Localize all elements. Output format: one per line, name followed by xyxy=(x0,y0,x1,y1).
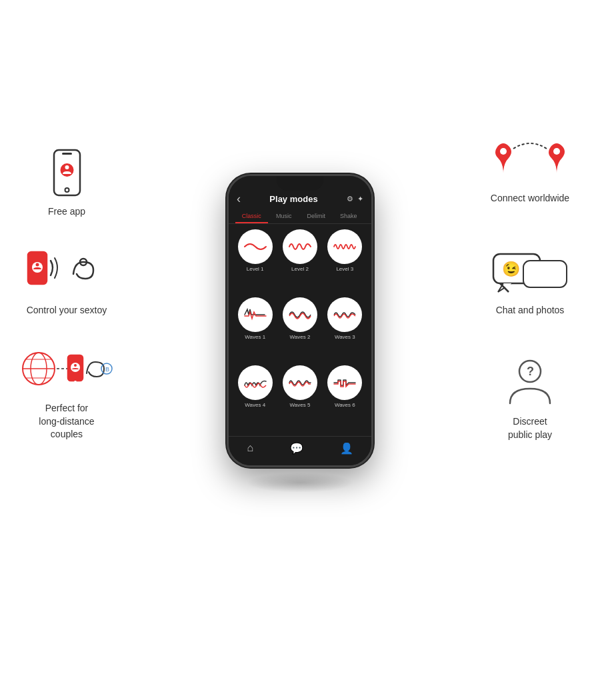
control-icon xyxy=(27,249,107,295)
feature-chat: 😉 Chat and photos xyxy=(473,245,587,317)
mode-circle-level1[interactable] xyxy=(238,229,273,264)
svg-point-19 xyxy=(74,364,77,367)
mode-circle-level2[interactable] xyxy=(283,229,317,264)
control-icon-area xyxy=(27,245,107,299)
bluetooth-icon[interactable]: ✦ xyxy=(357,195,363,203)
svg-point-24 xyxy=(553,148,560,155)
control-label: Control your sextoy xyxy=(27,304,107,317)
feature-control: Control your sextoy xyxy=(20,245,113,317)
svg-rect-1 xyxy=(62,153,72,155)
svg-point-4 xyxy=(65,165,69,169)
phone: ‹ Play modes ⚙ ✦ Classic Music Delimit S… xyxy=(227,174,373,467)
mode-circle-waves4[interactable] xyxy=(238,365,273,400)
location-icon-area xyxy=(483,133,577,187)
phone-wrapper: ‹ Play modes ⚙ ✦ Classic Music Delimit S… xyxy=(227,174,373,493)
chat-label: Chat and photos xyxy=(496,304,565,317)
phone-notch xyxy=(277,176,323,191)
mode-label-waves3: Waves 3 xyxy=(335,334,355,340)
tab-shake[interactable]: Shake xyxy=(333,213,365,223)
feature-free-app: Free app xyxy=(20,147,113,219)
mode-circle-level3[interactable] xyxy=(327,229,362,264)
mode-circle-waves2[interactable] xyxy=(283,297,317,332)
mode-waves1[interactable]: Waves 1 xyxy=(234,297,276,363)
longdistance-label: Perfect for long-distance couples xyxy=(39,402,94,441)
screen-nav: ⌂ 💬 👤 xyxy=(229,436,371,465)
modes-grid: Level 1 Level 2 Level 3 xyxy=(229,224,371,436)
globe-icon-area: B xyxy=(20,343,113,397)
mode-label-level1: Level 1 xyxy=(247,266,264,272)
profile-nav-icon[interactable]: 👤 xyxy=(340,442,353,455)
svg-text:?: ? xyxy=(527,365,534,378)
mode-circle-waves1[interactable] xyxy=(238,297,273,332)
phone-screen: ‹ Play modes ⚙ ✦ Classic Music Delimit S… xyxy=(229,176,371,465)
svg-point-20 xyxy=(74,381,77,383)
tab-classic[interactable]: Classic xyxy=(235,213,268,223)
mode-label-waves5: Waves 5 xyxy=(290,402,311,408)
free-app-icon-area xyxy=(49,147,85,200)
svg-text:😉: 😉 xyxy=(502,260,521,278)
features-right: Connect worldwide 😉 Chat and photos xyxy=(473,133,587,481)
svg-point-2 xyxy=(65,188,69,192)
tab-music[interactable]: Music xyxy=(268,213,301,223)
phone-reflection xyxy=(247,473,353,493)
feature-connect: Connect worldwide xyxy=(473,133,587,205)
chat-icon: 😉 xyxy=(490,249,570,295)
screen-title: Play modes xyxy=(241,194,347,204)
mode-label-level3: Level 3 xyxy=(336,266,353,272)
connect-label: Connect worldwide xyxy=(491,192,569,205)
settings-icon[interactable]: ⚙ xyxy=(347,195,353,203)
mode-waves6[interactable]: Waves 6 xyxy=(324,365,366,431)
mode-label-waves1: Waves 1 xyxy=(245,334,265,340)
svg-text:B: B xyxy=(105,366,109,373)
svg-point-23 xyxy=(500,148,507,155)
feature-longdistance: B Perfect for long-distance couples xyxy=(20,343,113,441)
discreet-icon: ? xyxy=(503,357,557,410)
chat-nav-icon[interactable]: 💬 xyxy=(290,442,303,455)
mode-circle-waves3[interactable] xyxy=(327,297,362,332)
chat-icon-area: 😉 xyxy=(490,245,570,299)
location-icon xyxy=(483,137,577,183)
mode-label-level2: Level 2 xyxy=(291,266,309,272)
mode-waves5[interactable]: Waves 5 xyxy=(279,365,321,431)
phone-icon xyxy=(49,149,85,199)
svg-point-8 xyxy=(36,263,39,266)
mode-label-waves4: Waves 4 xyxy=(245,402,265,408)
mode-circle-waves5[interactable] xyxy=(283,365,317,400)
mode-level2[interactable]: Level 2 xyxy=(279,229,321,295)
mode-label-waves2: Waves 2 xyxy=(290,334,311,340)
person-icon-area: ? xyxy=(503,357,557,410)
mode-circle-waves6[interactable] xyxy=(327,365,362,400)
screen-tabs: Classic Music Delimit Shake xyxy=(229,210,371,224)
discreet-label: Discreet public play xyxy=(508,415,552,441)
tab-delimit[interactable]: Delimit xyxy=(300,213,333,223)
mode-level3[interactable]: Level 3 xyxy=(324,229,366,295)
mode-label-waves6: Waves 6 xyxy=(335,402,355,408)
features-left: Free app Control your sextoy xyxy=(20,147,113,468)
globe-icon: B xyxy=(20,343,113,397)
header-icons: ⚙ ✦ xyxy=(347,195,363,203)
free-app-label: Free app xyxy=(48,205,85,219)
mode-waves4[interactable]: Waves 4 xyxy=(234,365,276,431)
mode-waves3[interactable]: Waves 3 xyxy=(324,297,366,363)
home-nav-icon[interactable]: ⌂ xyxy=(247,442,253,455)
feature-discreet: ? Discreet public play xyxy=(473,357,587,441)
svg-rect-30 xyxy=(523,261,567,287)
mode-level1[interactable]: Level 1 xyxy=(234,229,276,295)
mode-waves2[interactable]: Waves 2 xyxy=(279,297,321,363)
